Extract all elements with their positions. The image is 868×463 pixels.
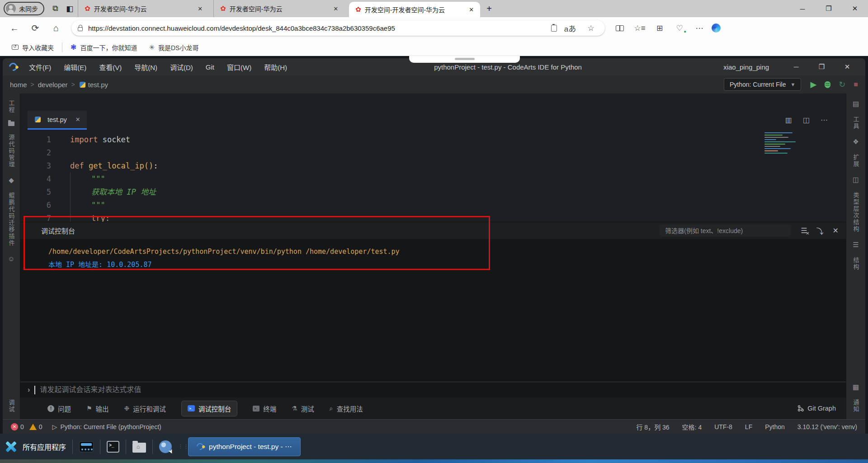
ide-user-label[interactable]: xiao_ping_ping (723, 63, 769, 71)
lock-icon[interactable] (78, 27, 83, 31)
restart-button[interactable]: ↻ (839, 80, 845, 89)
file-manager-icon[interactable] (132, 443, 146, 453)
tab-close-icon[interactable]: ✕ (196, 5, 204, 12)
split-editor-icon[interactable]: ◫ (803, 116, 810, 124)
menu-window[interactable]: 窗口(W) (222, 61, 257, 74)
status-language[interactable]: Python (765, 423, 785, 430)
start-menu-icon[interactable] (5, 441, 16, 453)
favorite-star-icon[interactable]: ☆ (583, 23, 599, 33)
tab-close-icon[interactable]: ✕ (467, 6, 476, 13)
tools-icon[interactable]: ▤ (853, 100, 859, 108)
panel-tab-find-usages[interactable]: ⌕ 查找用法 (330, 404, 363, 413)
minimap[interactable] (764, 132, 804, 160)
clear-console-icon[interactable]: ☰✕ (801, 226, 807, 235)
menu-edit[interactable]: 编辑(E) (58, 61, 92, 74)
menu-navigate[interactable]: 导航(N) (129, 61, 163, 74)
menu-view[interactable]: 查看(V) (94, 61, 127, 74)
translate-icon[interactable]: aあ (562, 23, 578, 34)
panel-tab-terminal[interactable]: >_ 终端 (253, 404, 276, 413)
toolwindow-extensions[interactable]: 扩展 (852, 154, 860, 168)
browser-profile-button[interactable]: 未同步 (4, 2, 44, 15)
console-filter-input[interactable] (660, 224, 791, 237)
collapse-lines-icon[interactable]: ⤵ (816, 225, 824, 236)
vertical-tabs-icon[interactable]: ◧ (66, 4, 73, 14)
clipboard-icon[interactable] (551, 25, 557, 32)
ide-minimize-button[interactable]: ─ (784, 63, 808, 70)
refresh-icon[interactable]: ⟳ (27, 23, 43, 33)
ide-restore-button[interactable]: ❐ (810, 63, 834, 71)
toolwindow-notifications[interactable]: 通知 (852, 399, 860, 413)
panel-tab-run-debug[interactable]: ❉ 运行和调试 (124, 404, 166, 413)
type-hierarchy-icon[interactable]: ◫ (853, 176, 859, 184)
more-options-icon[interactable]: ⋯ (692, 23, 707, 33)
terminal-app-icon[interactable]: >_ (107, 441, 119, 453)
extensions-icon[interactable]: ❖ (853, 138, 859, 146)
panel-tab-problems[interactable]: ! 问题 (47, 404, 71, 413)
notifications-icon[interactable]: ▦ (853, 383, 859, 391)
toolwindow-debug[interactable]: 调试 (7, 399, 16, 413)
status-indent[interactable]: 空格: 4 (682, 422, 702, 431)
diamond-icon[interactable]: ◆ (9, 176, 14, 184)
plugin-face-icon[interactable]: ☺ (8, 255, 14, 262)
menu-help[interactable]: 帮助(H) (259, 61, 292, 74)
debug-button[interactable] (825, 81, 830, 88)
run-button[interactable]: ▶ (810, 80, 816, 89)
tab-close-icon[interactable]: ✕ (331, 5, 340, 12)
toolwindow-kunpeng-migration[interactable]: 鲲鹏代码迁移插件 (7, 192, 16, 247)
tab-actions-icon[interactable]: ⧉ (52, 4, 58, 13)
folder-icon[interactable] (8, 122, 14, 126)
browser-minimize-button[interactable]: ─ (789, 5, 816, 13)
browser-tab-3-active[interactable]: ✿ 开发空间-开发者空间-华为云 ✕ (349, 2, 480, 17)
browser-tab-2[interactable]: ✿ 开发者空间-华为云 ✕ (213, 0, 344, 17)
menu-git[interactable]: Git (200, 61, 220, 73)
structure-icon[interactable]: ☰ (853, 241, 859, 249)
taskbar-active-window-button[interactable]: pythonProject - test.py - ⋯ (188, 437, 301, 456)
url-bar[interactable]: https://devstation.connect.huaweicloud.c… (71, 20, 605, 36)
breadcrumb-home[interactable]: home (10, 81, 27, 89)
problems-summary[interactable]: ✕ 0 0 (11, 423, 42, 430)
toolwindow-source-control[interactable]: 源代码管理 (7, 134, 16, 168)
dock-settings-icon[interactable] (79, 441, 94, 452)
bookmark-ds[interactable]: ✳ 我是DS小龙哥 (145, 43, 202, 52)
code-view[interactable]: 1 import socket 2 3 def get_local_ip(): (20, 130, 846, 222)
editor-tab-testpy[interactable]: test.py ✕ (28, 111, 87, 130)
menu-file[interactable]: 文件(F) (24, 61, 57, 74)
run-config-dropdown[interactable]: Python: Current File ▼ (724, 78, 801, 91)
status-debug-config[interactable]: ▷ Python: Current File (pythonProject) (52, 423, 161, 430)
toolwindow-type-hierarchy[interactable]: 类型层次结构 (852, 192, 860, 233)
panel-close-icon[interactable]: ✕ (833, 226, 839, 235)
stop-button[interactable]: ■ (854, 80, 858, 89)
console-expression-input[interactable] (40, 386, 839, 394)
split-screen-icon[interactable] (616, 25, 624, 31)
open-changes-icon[interactable]: ▥ (785, 116, 792, 124)
status-interpreter[interactable]: 3.10.12 ('venv': venv) (797, 423, 857, 430)
home-icon[interactable]: ⌂ (48, 23, 64, 33)
bookmark-import[interactable]: 导入收藏夹 (8, 43, 57, 52)
panel-tab-output[interactable]: ⚑ 输出 (86, 404, 109, 413)
ide-close-button[interactable]: ✕ (835, 63, 859, 71)
all-apps-label[interactable]: 所有应用程序 (23, 441, 66, 452)
browser-app-icon[interactable] (159, 440, 172, 453)
browser-restore-button[interactable]: ❐ (816, 5, 842, 13)
editor-tab-close-icon[interactable]: ✕ (75, 116, 80, 123)
bookmark-baidu[interactable]: ❃ 百度一下，你就知道 (67, 43, 141, 52)
browser-close-button[interactable]: ✕ (842, 5, 868, 13)
menu-debug[interactable]: 调试(D) (165, 61, 198, 74)
remote-toolbar-handle[interactable] (409, 56, 520, 63)
toolwindow-tools[interactable]: 工具 (852, 116, 860, 130)
breadcrumb-developer[interactable]: developer (38, 81, 68, 89)
browser-essentials-icon[interactable]: ♡ (672, 23, 687, 33)
browser-tab-1[interactable]: ✿ 开发者空间-华为云 ✕ (78, 0, 209, 17)
toolwindow-structure[interactable]: 结构 (852, 257, 860, 271)
toolwindow-project[interactable]: 工程 (7, 100, 16, 113)
url-text[interactable]: https://devstation.connect.huaweicloud.c… (88, 24, 546, 32)
favorites-bar-icon[interactable]: ☆≡ (632, 23, 647, 33)
collections-icon[interactable]: ⊞ (652, 23, 667, 33)
status-line-col[interactable]: 行 8，列 36 (636, 422, 669, 431)
panel-tab-tests[interactable]: ⚗ 测试 (292, 404, 314, 413)
git-graph-button[interactable]: Git Graph (797, 405, 836, 412)
status-encoding[interactable]: UTF-8 (714, 423, 732, 430)
copilot-icon[interactable] (712, 23, 721, 33)
breadcrumb-file[interactable]: test.py (88, 81, 108, 89)
panel-tab-debug-console-active[interactable]: >_ 调试控制台 (181, 401, 238, 416)
